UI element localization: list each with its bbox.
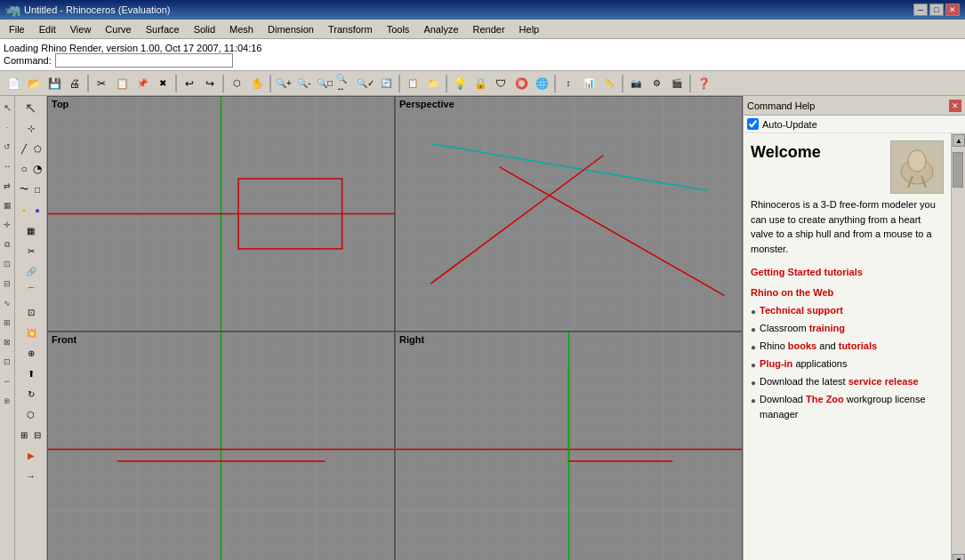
select-button[interactable]: ⬡ [227,74,246,93]
sweep-btn[interactable]: ⬡ [18,404,44,424]
undo-button[interactable]: ↩ [180,74,199,93]
menu-curve[interactable]: Curve [98,22,138,36]
menu-render[interactable]: Render [466,22,512,36]
rhino-web-link[interactable]: Rhino on the Web [751,287,833,298]
viewport-perspective[interactable]: Perspective x y [395,96,743,332]
rotate-button[interactable]: 🔄 [376,74,396,93]
maximize-button[interactable]: □ [929,4,944,16]
close-button[interactable]: ✕ [945,4,960,16]
redo-button[interactable]: ↪ [200,74,220,93]
smash-tool[interactable]: ⊞ [1,313,13,332]
minimize-button[interactable]: ─ [913,4,928,16]
offset-btn[interactable]: ⊡ [18,302,44,322]
pullback-tool[interactable]: ⊡ [1,352,13,372]
zoom-in-button[interactable]: 🔍+ [274,74,294,93]
mesh-btn[interactable]: ▦ [18,220,44,240]
arrow-btn[interactable]: → [18,466,44,485]
arc-btn[interactable]: ◔ [31,159,44,179]
viewport-top[interactable]: Top x [47,96,395,332]
scroll-thumb[interactable] [953,152,963,188]
explode-btn[interactable]: 💥 [18,323,44,342]
menu-analyze[interactable]: Analyze [416,22,465,36]
copy-button[interactable]: 📋 [112,74,132,93]
service-release-link[interactable]: service release [848,376,919,387]
menu-mesh[interactable]: Mesh [222,22,261,36]
open-button[interactable]: 📂 [24,74,44,93]
align-tool[interactable]: ⊟ [1,274,13,293]
join-btn[interactable]: 🔗 [18,261,44,281]
training-link[interactable]: training [809,323,845,333]
globe-button[interactable]: 🌐 [532,74,551,93]
cut-button[interactable]: ✂ [92,74,111,93]
menu-dimension[interactable]: Dimension [261,22,321,36]
freeform-btn[interactable]: 〜 [18,180,30,199]
layers-button[interactable]: 📁 [423,74,443,93]
lock-button[interactable]: 🔒 [470,74,490,93]
camera-button[interactable]: 📷 [626,74,646,93]
snap-grid-btn[interactable]: ⊞ [18,425,30,444]
rotate-tool[interactable]: ↺ [1,137,13,156]
delete-button[interactable]: ✖ [153,74,173,93]
technical-support-link[interactable]: Technical support [760,305,843,316]
snap-button[interactable]: ↕ [559,74,578,93]
books-link[interactable]: books [788,340,816,351]
scale-tool[interactable]: ↔ [1,156,13,176]
maelstrom-tool[interactable]: ⊛ [1,391,13,411]
menu-tools[interactable]: Tools [380,22,417,36]
command-help-close-button[interactable]: ✕ [949,100,961,112]
tutorials-link[interactable]: tutorials [839,340,877,351]
mirror-tool[interactable]: ⇄ [1,176,13,196]
zoom-selected-button[interactable]: 🔍✓ [356,74,375,93]
boolean-btn[interactable]: ⊕ [18,343,44,363]
circle-btn[interactable]: ○ [18,159,30,179]
array-tool[interactable]: ▦ [1,196,13,215]
extrude-btn[interactable]: ⬆ [18,364,44,383]
zoo-link[interactable]: The Zoo [806,394,844,404]
sphere-btn[interactable]: ● [31,200,44,220]
getting-started-link[interactable]: Getting Started tutorials [751,267,863,277]
help-scrollbar[interactable]: ▲ ▼ [951,133,965,560]
menu-file[interactable]: File [2,22,32,36]
line-btn[interactable]: ╱ [18,139,30,158]
menu-transform[interactable]: Transform [321,22,380,36]
select-objects-btn[interactable]: ↖ [18,98,44,117]
flow-tool[interactable]: ∽ [1,372,13,391]
copy-transform-tool[interactable]: ⧉ [1,235,13,254]
viewport-front[interactable]: Front x z [47,332,395,560]
zoom-window-button[interactable]: 🔍□ [315,74,334,93]
viewport-right[interactable]: Right y [395,332,743,560]
help-button[interactable]: ❓ [694,74,713,93]
print-button[interactable]: 🖨 [65,74,84,93]
scroll-down-button[interactable]: ▼ [953,554,965,560]
zoom-extents-button[interactable]: 🔍↔ [335,74,355,93]
orient-tool[interactable]: ⊡ [1,254,13,274]
material-button[interactable]: ⭕ [511,74,531,93]
scroll-up-button[interactable]: ▲ [953,134,965,147]
cplane-btn[interactable]: ⊟ [31,425,44,444]
revolve-btn[interactable]: ↻ [18,384,44,404]
render-button[interactable]: 🎬 [667,74,687,93]
render-settings-button[interactable]: ⚙ [647,74,666,93]
point-btn[interactable]: ⊹ [18,118,44,138]
save-button[interactable]: 💾 [44,74,64,93]
command-input[interactable] [55,53,233,68]
point-tool[interactable]: · [1,117,13,137]
pan-button[interactable]: ✋ [247,74,267,93]
light-button[interactable]: 💡 [450,74,470,93]
dimension-button[interactable]: 📏 [599,74,619,93]
box-btn[interactable]: ▪ [18,200,30,220]
twist-tool[interactable]: ∿ [1,293,13,313]
zoom-out-button[interactable]: 🔍- [294,74,314,93]
menu-surface[interactable]: Surface [139,22,187,36]
selection-tool[interactable]: ↖ [1,98,13,117]
paste-button[interactable]: 📌 [133,74,152,93]
move-tool[interactable]: ✛ [1,215,13,235]
auto-update-checkbox[interactable] [747,118,759,130]
render-preview-button[interactable]: 🛡 [491,74,511,93]
menu-view[interactable]: View [63,22,99,36]
properties-button[interactable]: 📋 [403,74,422,93]
menu-solid[interactable]: Solid [187,22,222,36]
menu-edit[interactable]: Edit [32,22,63,36]
plugin-link[interactable]: Plug-in [760,358,792,369]
fillet-btn[interactable]: ⌒ [18,282,44,301]
